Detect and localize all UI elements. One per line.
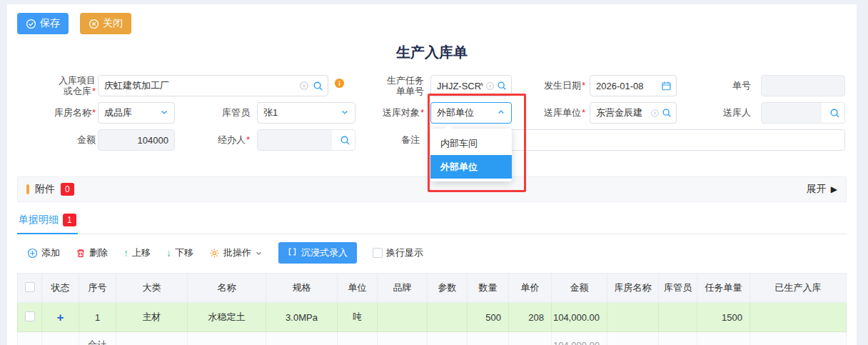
clear-icon[interactable] (650, 109, 660, 118)
row-amount-cell: 104,000.00 (552, 303, 607, 332)
chevron-up-icon (497, 108, 505, 119)
total-label-cell: 合计 (79, 332, 116, 345)
action-bar: 保存 关闭 (17, 13, 847, 34)
brackets-icon (288, 247, 297, 259)
date-field (590, 75, 677, 96)
select-all-header (18, 274, 42, 303)
select-all-checkbox[interactable] (25, 282, 35, 292)
col-name: 名称 (188, 274, 266, 303)
dropdown-option-internal[interactable]: 内部车间 (430, 131, 512, 155)
project-input[interactable] (98, 75, 328, 96)
required-mark: * (246, 134, 250, 145)
page-title: 生产入库单 (17, 43, 847, 62)
total-amount-cell: 104,000.00 (552, 332, 607, 345)
detail-toolbar: 添加 删除 ↑ 上移 ↓ 下移 批操作 沉浸式录入 换行显示 (17, 240, 847, 266)
col-keeper: 库管员 (659, 274, 697, 303)
gear-icon (209, 248, 220, 259)
batch-operation-button[interactable]: 批操作 (209, 246, 263, 259)
delivery-person-field (761, 102, 845, 124)
row-name-cell: 水稳定土 (188, 303, 266, 332)
delivery-target-select[interactable]: 外部单位 (430, 102, 512, 124)
trash-icon (76, 248, 86, 259)
task-no-label: 生产任务 单单号 (374, 75, 424, 96)
table-header-row: 状态 序号 大类 名称 规格 单位 品牌 参数 数量 单价 金额 库房名称 库管… (18, 274, 847, 303)
col-produced: 已生产入库 (750, 274, 847, 303)
handler-label: 经办人* (200, 129, 250, 151)
tab-detail-badge: 1 (63, 214, 76, 226)
row-select-cell (18, 303, 42, 332)
col-unit: 单位 (338, 274, 378, 303)
remark-label: 备注 (374, 129, 420, 151)
check-circle-icon (26, 19, 36, 29)
expand-label: 展开 (807, 183, 827, 196)
amount-label: 金额 (37, 129, 96, 151)
warehouse-field: 成品库 (98, 102, 175, 124)
required-mark: * (582, 80, 585, 91)
detail-table: 状态 序号 大类 名称 规格 单位 品牌 参数 数量 单价 金额 库房名称 库管… (17, 273, 847, 345)
col-category: 大类 (116, 274, 188, 303)
row-checkbox[interactable] (25, 311, 35, 321)
clear-icon[interactable] (485, 81, 495, 91)
row-warehouse-cell (607, 303, 659, 332)
doc-no-field (761, 75, 845, 96)
header-form: 入库项目 或仓库* 生产任务 单单号 发生日期* (17, 72, 847, 166)
search-icon[interactable] (497, 81, 507, 91)
delivery-unit-field (590, 102, 677, 124)
move-down-button[interactable]: ↓ 下移 (166, 246, 193, 259)
col-param: 参数 (428, 274, 468, 303)
row-status-cell: + (42, 303, 79, 332)
plus-icon[interactable]: + (57, 311, 64, 324)
tab-detail[interactable]: 单据明细 1 (17, 211, 78, 234)
required-mark: * (92, 86, 96, 96)
doc-no-input[interactable] (761, 75, 845, 96)
chevron-down-icon (160, 108, 168, 119)
delete-row-button[interactable]: 删除 (76, 246, 108, 259)
col-status: 状态 (42, 274, 79, 303)
task-no-field (430, 75, 512, 96)
keeper-select[interactable]: 张1 (257, 102, 355, 124)
col-spec: 规格 (266, 274, 338, 303)
col-price: 单价 (509, 274, 552, 303)
warehouse-select[interactable]: 成品库 (98, 102, 175, 124)
x-circle-icon (89, 19, 99, 29)
table-row[interactable]: + 1 主材 水稳定土 3.0MPa 吨 500 208 104,000.00 … (18, 303, 847, 332)
col-seq: 序号 (79, 274, 116, 303)
save-button[interactable]: 保存 (17, 13, 69, 34)
row-produced-cell (750, 303, 847, 332)
col-task-qty: 任务单量 (697, 274, 750, 303)
amount-field (98, 129, 175, 151)
row-spec-cell: 3.0MPa (266, 303, 338, 332)
wrap-display-toggle[interactable]: 换行显示 (373, 246, 423, 259)
clear-icon[interactable] (299, 81, 309, 91)
project-label: 入库项目 或仓库* (37, 75, 96, 96)
delivery-unit-label: 送库单位* (528, 102, 585, 124)
search-icon[interactable] (313, 81, 323, 91)
close-button[interactable]: 关闭 (80, 13, 131, 34)
attachment-label: 附件 (35, 183, 55, 196)
search-icon[interactable] (340, 135, 350, 146)
immersive-entry-button[interactable]: 沉浸式录入 (278, 242, 357, 264)
row-qty-cell: 500 (468, 303, 509, 332)
document-card: 保存 关闭 生产入库单 入库项目 或仓库* 生产任务 单 (7, 4, 857, 345)
close-button-label: 关闭 (103, 17, 123, 30)
row-price-cell: 208 (509, 303, 552, 332)
row-seq-cell: 1 (79, 303, 116, 332)
info-icon[interactable] (334, 78, 345, 91)
date-label: 发生日期* (528, 75, 585, 96)
checkbox-icon[interactable] (373, 248, 383, 258)
search-icon[interactable] (829, 108, 840, 119)
dropdown-option-external[interactable]: 外部单位 (430, 155, 512, 179)
total-row: 合计 104,000.00 (18, 332, 847, 345)
expand-button[interactable]: 展开 ▶ (807, 183, 837, 196)
warehouse-label: 库房名称* (37, 102, 96, 124)
move-up-button[interactable]: ↑ 上移 (123, 246, 151, 259)
chevron-down-icon (255, 249, 263, 257)
row-unit-cell: 吨 (338, 303, 378, 332)
calendar-icon[interactable] (661, 81, 672, 91)
add-row-button[interactable]: 添加 (27, 246, 60, 259)
attachment-count-badge: 0 (61, 183, 74, 196)
search-icon[interactable] (662, 108, 672, 118)
keeper-label: 库管员 (200, 102, 250, 124)
row-brand-cell (378, 303, 428, 332)
delivery-target-dropdown: 内部车间 外部单位 (430, 129, 512, 181)
